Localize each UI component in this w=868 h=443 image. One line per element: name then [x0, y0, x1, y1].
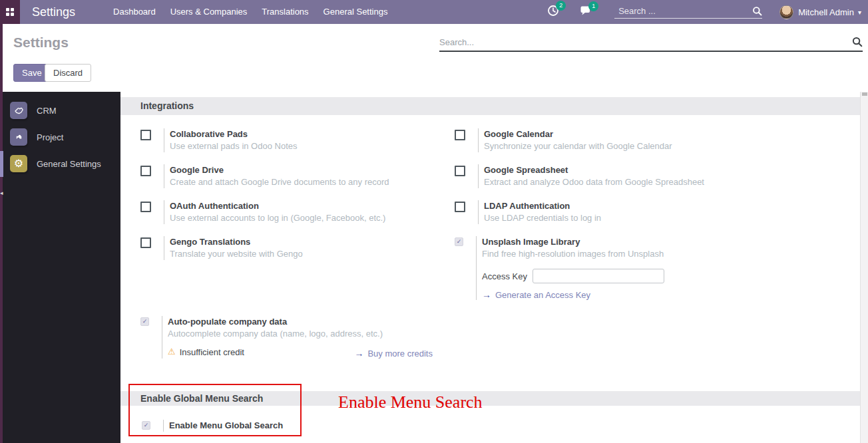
- setting-desc: Find free high-resolution images from Un…: [482, 248, 664, 260]
- setting-title: Gengo Translations: [170, 236, 303, 248]
- checkbox[interactable]: ✓: [455, 166, 465, 176]
- access-key-label: Access Key: [482, 271, 527, 281]
- checkmark-icon: ✓: [141, 318, 148, 325]
- navbar-search: [614, 6, 762, 19]
- page-title: Settings: [13, 35, 69, 51]
- chevron-down-icon[interactable]: ▾: [858, 9, 861, 16]
- checkbox[interactable]: ✓: [140, 202, 151, 212]
- setting-oauth-authentication: ✓ OAuth Authentication Use external acco…: [140, 200, 385, 224]
- settings-search-input[interactable]: [439, 37, 852, 47]
- setting-auto-populate-company-data: ✓ Auto-populate company data Autocomplet…: [140, 316, 433, 359]
- setting-title: Auto-populate company data: [168, 316, 433, 328]
- setting-title: Unsplash Image Library: [482, 236, 664, 248]
- setting-google-spreadsheet: ✓ Google Spreadsheet Extract and analyze…: [455, 164, 704, 188]
- top-navbar: Settings Dashboard Users & Companies Tra…: [0, 0, 868, 24]
- navbar-right: 2 1 Mitchell Admin ▾: [547, 5, 868, 19]
- setting-desc: Use LDAP credentials to log in: [484, 212, 601, 224]
- messages-button[interactable]: 1: [579, 5, 592, 19]
- arrow-right-icon: →: [354, 348, 363, 359]
- user-avatar[interactable]: [779, 5, 793, 19]
- setting-google-calendar: ✓ Google Calendar Synchronize your calen…: [455, 128, 672, 152]
- project-app-icon: [10, 128, 27, 146]
- warning-icon: ⚠: [168, 347, 176, 357]
- section-header-integrations: Integrations: [120, 97, 860, 115]
- search-icon[interactable]: [752, 6, 762, 16]
- crm-app-icon: [10, 102, 27, 119]
- access-key-input[interactable]: [533, 269, 664, 283]
- generate-access-key-link[interactable]: → Generate an Access Key: [482, 289, 664, 300]
- buy-more-credits-link[interactable]: → Buy more credits: [354, 348, 433, 359]
- user-menu[interactable]: Mitchell Admin: [798, 7, 854, 17]
- arrow-right-icon: →: [482, 289, 491, 300]
- settings-content: Integrations ✓ Collaborative Pads Use ex…: [120, 92, 868, 443]
- activity-button[interactable]: 2: [547, 5, 559, 19]
- navbar-search-input[interactable]: [614, 6, 741, 16]
- checkbox[interactable]: ✓: [455, 237, 463, 246]
- odoo-settings-page: Settings Dashboard Users & Companies Tra…: [0, 0, 868, 443]
- discard-button[interactable]: Discard: [45, 64, 91, 82]
- menu-item-dashboard[interactable]: Dashboard: [106, 0, 163, 24]
- sidebar-item-label: General Settings: [37, 159, 101, 169]
- setting-desc: Translate your website with Gengo: [170, 248, 303, 260]
- setting-desc: Extract and analyze Odoo data from Googl…: [484, 176, 704, 188]
- activity-badge: 2: [556, 1, 566, 11]
- settings-sidebar: CRM Project ⚙ General Settings: [0, 92, 120, 443]
- setting-collaborative-pads: ✓ Collaborative Pads Use external pads i…: [140, 128, 298, 152]
- setting-title: OAuth Authentication: [170, 200, 385, 212]
- apps-menu-button[interactable]: [0, 0, 20, 24]
- annotation-text: Enable Menu Search: [338, 392, 483, 412]
- sidebar-item-label: Project: [37, 132, 63, 142]
- section-header-enable-global-menu-search: Enable Global Menu Search: [120, 391, 860, 406]
- app-title[interactable]: Settings: [32, 5, 75, 19]
- setting-title: Google Spreadsheet: [484, 164, 704, 176]
- menu-item-translations[interactable]: Translations: [254, 0, 316, 24]
- apps-grid-icon: [6, 8, 14, 16]
- checkbox[interactable]: ✓: [455, 202, 465, 212]
- checkbox[interactable]: ✓: [142, 421, 150, 430]
- warning-text: Insufficient credit: [180, 347, 244, 357]
- search-icon[interactable]: [852, 37, 863, 47]
- setting-gengo-translations: ✓ Gengo Translations Translate your webs…: [140, 236, 303, 260]
- vertical-scrollbar[interactable]: [860, 92, 868, 443]
- messages-badge: 1: [588, 1, 598, 11]
- menu-item-general-settings[interactable]: General Settings: [316, 0, 395, 24]
- checkbox[interactable]: ✓: [455, 130, 465, 140]
- gear-icon: ⚙: [10, 155, 27, 172]
- setting-desc: Use external accounts to log in (Google,…: [170, 212, 385, 224]
- checkbox[interactable]: ✓: [140, 166, 151, 176]
- sidebar-item-general-settings[interactable]: ⚙ General Settings: [0, 150, 120, 177]
- setting-desc: Autocomplete company data (name, logo, a…: [168, 328, 433, 340]
- menu-item-users-companies[interactable]: Users & Companies: [163, 0, 255, 24]
- nav-menu: Dashboard Users & Companies Translations…: [106, 0, 395, 24]
- setting-google-drive: ✓ Google Drive Create and attach Google …: [140, 164, 389, 188]
- setting-desc: Create and attach Google Drive documents…: [170, 176, 389, 188]
- scrollbar-thumb[interactable]: [862, 92, 867, 96]
- setting-title: Enable Menu Global Search: [169, 420, 283, 432]
- setting-title: Collaborative Pads: [170, 128, 298, 140]
- checkmark-icon: ✓: [142, 422, 150, 429]
- setting-ldap-authentication: ✓ LDAP Authentication Use LDAP credentia…: [455, 200, 601, 224]
- active-item-indicator: [0, 151, 3, 177]
- window-edge-strip: [0, 24, 3, 443]
- setting-unsplash-image-library: ✓ Unsplash Image Library Find free high-…: [455, 236, 664, 300]
- setting-desc: Use external pads in Odoo Notes: [170, 140, 298, 152]
- setting-title: Google Drive: [170, 164, 389, 176]
- setting-title: Google Calendar: [484, 128, 672, 140]
- sidebar-item-crm[interactable]: CRM: [0, 97, 120, 124]
- checkbox[interactable]: ✓: [140, 317, 149, 326]
- sidebar-item-project[interactable]: Project: [0, 124, 120, 150]
- sidebar-item-label: CRM: [37, 106, 57, 116]
- setting-title: LDAP Authentication: [484, 200, 601, 212]
- checkbox[interactable]: ✓: [140, 237, 151, 248]
- sidebar-collapse-icon[interactable]: ◂: [0, 188, 3, 198]
- checkmark-icon: ✓: [455, 238, 463, 245]
- checkbox[interactable]: ✓: [140, 130, 151, 140]
- setting-desc: Synchronize your calendar with Google Ca…: [484, 140, 672, 152]
- setting-enable-menu-global-search: ✓ Enable Menu Global Search: [142, 420, 283, 432]
- settings-search: [439, 33, 863, 52]
